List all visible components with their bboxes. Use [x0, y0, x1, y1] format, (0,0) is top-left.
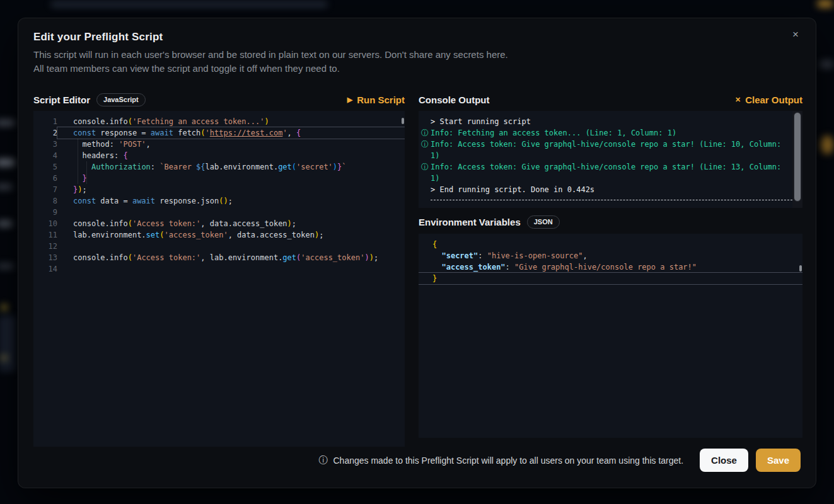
code-line[interactable]: 1console.info('Fetching an access token.…	[33, 116, 405, 127]
code-line[interactable]: }	[419, 273, 802, 284]
code-line[interactable]: 2const response = await fetch('https://t…	[33, 127, 405, 139]
line-number: 13	[33, 252, 57, 263]
log-gutter	[419, 116, 431, 127]
console-output-title: Console Output	[419, 94, 490, 105]
modal-title: Edit your Preflight Script	[33, 31, 163, 43]
code-line[interactable]: 9	[33, 207, 405, 218]
indent-guide	[78, 139, 78, 184]
footer-note-text: Changes made to this Preflight Script wi…	[333, 455, 683, 466]
json-badge: JSON	[527, 215, 560, 229]
code-line[interactable]: 12	[33, 241, 405, 252]
line-number: 5	[33, 161, 57, 173]
console-entry-text: Info: Access token: Give graphql-hive/co…	[431, 161, 792, 184]
console-entry-text: Info: Fetching an access token... (Line:…	[431, 127, 792, 139]
script-code[interactable]: 1console.info('Fetching an access token.…	[33, 116, 405, 275]
console-entry: ⓘInfo: Access token: Give graphql-hive/c…	[419, 161, 792, 184]
line-number: 6	[33, 173, 57, 184]
line-number: 10	[33, 218, 57, 229]
line-number: 3	[33, 139, 57, 150]
code-line[interactable]: 13console.info('Access token:', lab.envi…	[33, 252, 405, 263]
log-gutter	[419, 184, 431, 195]
line-number: 11	[33, 229, 57, 241]
console-output: > Start running scriptⓘInfo: Fetching an…	[419, 111, 802, 208]
code-line[interactable]: 11lab.environment.set('access_token', da…	[33, 229, 405, 241]
script-editor-title: Script Editor	[33, 94, 90, 105]
info-icon: ⓘ	[419, 127, 431, 139]
code-line[interactable]: "secret": "hive-is-open-source",	[419, 250, 802, 261]
clear-icon: ✕	[735, 96, 741, 103]
footer-note: ⓘ Changes made to this Preflight Script …	[318, 455, 683, 466]
environment-json[interactable]: { "secret": "hive-is-open-source", "acce…	[419, 239, 802, 284]
code-line[interactable]: 5 Authorization: `Bearer ${lab.environme…	[33, 161, 405, 173]
console-entry: > Start running script	[419, 116, 792, 127]
console-scrollbar-thumb[interactable]	[794, 112, 801, 202]
modal-description-line2: All team members can view the script and…	[33, 63, 340, 74]
console-entry: ⓘInfo: Access token: Give graphql-hive/c…	[419, 139, 792, 161]
code-line[interactable]: 8const data = await response.json();	[33, 195, 405, 207]
console-entry: ⓘInfo: Fetching an access token... (Line…	[419, 127, 792, 139]
preflight-script-modal: Edit your Preflight Script × This script…	[18, 18, 816, 488]
script-editor[interactable]: 1console.info('Fetching an access token.…	[33, 111, 405, 447]
javascript-badge: JavaScript	[96, 93, 146, 106]
console-log: > Start running scriptⓘInfo: Fetching an…	[419, 116, 792, 200]
line-number: 2	[33, 127, 57, 139]
console-entry: > End running script. Done in 0.442s	[419, 184, 792, 195]
run-script-button[interactable]: ▶ Run Script	[347, 94, 405, 105]
line-number: 8	[33, 195, 57, 207]
clear-output-label: Clear Output	[745, 94, 802, 105]
info-icon: ⓘ	[419, 161, 431, 184]
run-script-label: Run Script	[357, 94, 405, 105]
console-entry-text: > Start running script	[431, 116, 792, 127]
code-line[interactable]: 10console.info('Access token:', data.acc…	[33, 218, 405, 229]
info-icon: ⓘ	[419, 139, 431, 161]
indent-guide	[86, 161, 87, 184]
console-separator	[431, 200, 792, 200]
environment-variables-title: Environment Variables	[419, 217, 521, 227]
code-line[interactable]: 6 }	[33, 173, 405, 184]
code-line[interactable]: "access_token": "Give graphql-hive/conso…	[419, 261, 802, 273]
close-button[interactable]: Close	[700, 449, 748, 472]
console-entry-text: > End running script. Done in 0.442s	[431, 184, 792, 195]
line-number: 9	[33, 207, 57, 218]
save-button[interactable]: Save	[756, 449, 801, 472]
play-icon: ▶	[347, 96, 352, 103]
environment-variables-editor[interactable]: { "secret": "hive-is-open-source", "acce…	[419, 234, 802, 438]
clear-output-button[interactable]: ✕ Clear Output	[735, 94, 802, 105]
line-number: 7	[33, 184, 57, 195]
code-line[interactable]: {	[419, 239, 802, 250]
line-number: 1	[33, 116, 57, 127]
code-line[interactable]: 14	[33, 263, 405, 275]
env-editor-scrollbar[interactable]	[799, 265, 802, 272]
script-editor-scrollbar[interactable]	[402, 118, 404, 124]
modal-description-line1: This script will run in each user's brow…	[33, 49, 508, 60]
code-line[interactable]: 4 headers: {	[33, 150, 405, 161]
code-line[interactable]: 7});	[33, 184, 405, 195]
line-number: 4	[33, 150, 57, 161]
console-scrollbar[interactable]	[792, 111, 802, 208]
info-icon: ⓘ	[318, 455, 327, 466]
close-icon[interactable]: ×	[787, 26, 804, 43]
code-line[interactable]: 3 method: 'POST',	[33, 139, 405, 150]
line-number: 12	[33, 241, 57, 252]
console-entry-text: Info: Access token: Give graphql-hive/co…	[431, 139, 792, 161]
line-number: 14	[33, 263, 57, 275]
